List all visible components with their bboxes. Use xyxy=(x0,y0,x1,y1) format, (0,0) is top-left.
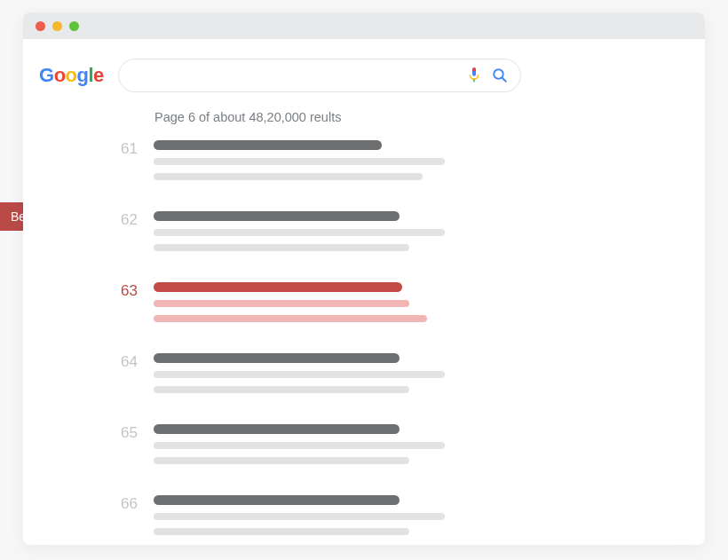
result-title-placeholder xyxy=(154,211,400,221)
svg-point-2 xyxy=(472,67,476,71)
result-snippet-placeholder xyxy=(154,386,409,393)
result-snippet-placeholder xyxy=(154,315,427,322)
result-body xyxy=(154,282,705,330)
search-header: Google xyxy=(23,39,705,101)
result-snippet-placeholder xyxy=(154,442,445,449)
result-rank: 62 xyxy=(107,211,138,229)
search-result[interactable]: 63 xyxy=(107,282,705,330)
result-snippet-placeholder xyxy=(154,300,409,307)
result-snippet-placeholder xyxy=(154,457,409,464)
window-close-dot[interactable] xyxy=(36,21,45,31)
result-body xyxy=(154,353,705,401)
search-result[interactable]: 66 xyxy=(107,495,705,543)
browser-window: Google Page 6 of about 48,20,000 reults xyxy=(23,12,705,545)
result-snippet-placeholder xyxy=(154,513,445,520)
search-result[interactable]: 61 xyxy=(107,140,705,188)
result-snippet-placeholder xyxy=(154,173,423,180)
svg-line-4 xyxy=(502,77,506,82)
search-bar[interactable] xyxy=(118,59,521,92)
result-title-placeholder xyxy=(154,495,400,505)
result-snippet-placeholder xyxy=(154,244,409,251)
result-body xyxy=(154,424,705,472)
results-list: 616263646566 xyxy=(23,140,705,543)
microphone-icon[interactable] xyxy=(467,67,481,84)
result-snippet-placeholder xyxy=(154,229,445,236)
result-body xyxy=(154,140,705,188)
result-rank: 64 xyxy=(107,353,138,371)
result-rank: 65 xyxy=(107,424,138,442)
result-rank: 63 xyxy=(107,282,138,300)
result-rank: 61 xyxy=(107,140,138,158)
search-result[interactable]: 65 xyxy=(107,424,705,472)
svg-rect-1 xyxy=(473,79,474,82)
window-maximize-dot[interactable] xyxy=(69,21,79,31)
result-title-placeholder xyxy=(154,140,382,150)
search-result[interactable]: 64 xyxy=(107,353,705,401)
result-rank: 66 xyxy=(107,495,138,513)
result-title-placeholder xyxy=(154,282,402,292)
result-snippet-placeholder xyxy=(154,528,409,535)
result-snippet-placeholder xyxy=(154,371,445,378)
result-title-placeholder xyxy=(154,353,400,363)
result-stats: Page 6 of about 48,20,000 reults xyxy=(23,101,705,140)
google-logo[interactable]: Google xyxy=(39,64,104,87)
search-input[interactable] xyxy=(131,68,456,83)
search-result[interactable]: 62 xyxy=(107,211,705,259)
result-title-placeholder xyxy=(154,424,400,434)
window-minimize-dot[interactable] xyxy=(52,21,62,31)
result-body xyxy=(154,495,705,543)
result-snippet-placeholder xyxy=(154,158,445,165)
window-titlebar xyxy=(23,12,705,39)
result-body xyxy=(154,211,705,259)
search-icon[interactable] xyxy=(492,67,508,83)
